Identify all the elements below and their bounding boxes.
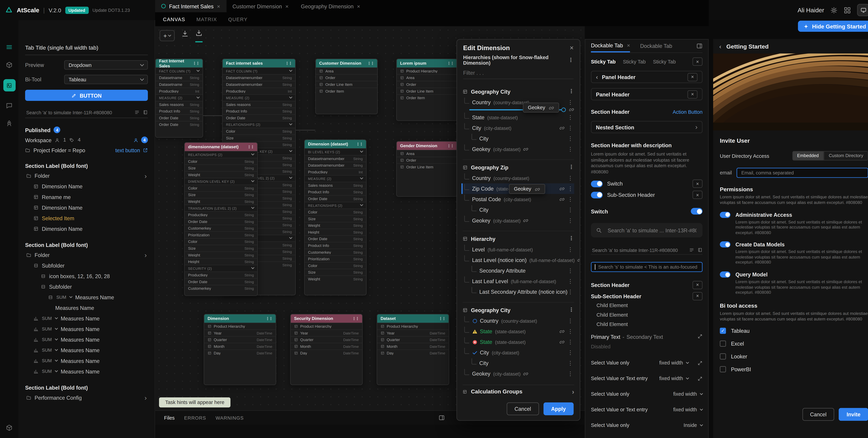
- list-icon[interactable]: [134, 110, 140, 115]
- card-field[interactable]: PrioritizationString: [305, 255, 366, 262]
- panel-header-row[interactable]: Panel Header ×: [591, 88, 703, 100]
- card-field[interactable]: Sales reasonsString: [156, 101, 203, 108]
- card-field[interactable]: Order: [397, 81, 457, 88]
- card-field[interactable]: SizeString: [223, 134, 295, 141]
- toggle-on[interactable]: [720, 272, 730, 278]
- group-header[interactable]: Geography City⋮: [463, 304, 574, 315]
- rocket-icon[interactable]: [5, 120, 13, 127]
- kebab-icon[interactable]: ⋮: [567, 360, 573, 366]
- close-icon[interactable]: ×: [285, 3, 288, 9]
- close-button[interactable]: ×: [692, 180, 703, 188]
- directory-option-embedded[interactable]: Embedded: [792, 151, 824, 161]
- canvas-card-dataset[interactable]: Dataset⋮⋮Product HierarchyYearDateTimeQu…: [377, 314, 449, 385]
- card-field[interactable]: Order Item: [316, 88, 377, 94]
- card-field[interactable]: CustomerkeyString: [305, 249, 366, 256]
- card-field[interactable]: Sales reasonsString: [305, 182, 366, 189]
- panel-header-row[interactable]: ‹ Panel Header ×: [591, 71, 703, 83]
- search-field[interactable]: [25, 107, 148, 118]
- card-field[interactable]: DatasetnameString: [156, 81, 203, 88]
- kebab-icon[interactable]: ⋮: [567, 350, 573, 355]
- expand-icon[interactable]: [698, 334, 703, 340]
- bi-tool-powerbi[interactable]: PowerBI: [720, 365, 868, 373]
- card-section[interactable]: RELATIONSHIPS (2): [223, 121, 295, 128]
- card-field[interactable]: MonthDateTime: [377, 343, 448, 349]
- kebab-icon[interactable]: ⋮: [567, 197, 573, 202]
- card-field[interactable]: Sales reasonsString: [223, 101, 295, 108]
- close-button[interactable]: ×: [692, 191, 703, 199]
- tree-item-measures-name[interactable]: Measures Name: [25, 303, 148, 313]
- email-field[interactable]: [736, 168, 868, 178]
- card-field[interactable]: Area: [397, 74, 457, 81]
- tree-item-subfolder[interactable]: Subfolder: [25, 260, 148, 271]
- card-field[interactable]: Product InfoString: [305, 242, 366, 249]
- kebab-icon[interactable]: ⋮: [567, 114, 573, 120]
- card-section[interactable]: MEASURE (2): [305, 175, 366, 182]
- card-section[interactable]: MEASURE (2): [156, 94, 203, 101]
- card-field[interactable]: SizeString: [305, 215, 366, 222]
- card-field[interactable]: WeightString: [185, 251, 257, 258]
- hierarchy-item-country[interactable]: Country(country-dataset)⋮: [463, 173, 574, 183]
- card-field[interactable]: YearDateTime: [204, 330, 276, 336]
- toggle-on[interactable]: [720, 241, 730, 247]
- grip-icon[interactable]: ⋮⋮: [438, 316, 445, 321]
- card-field[interactable]: WeightString: [305, 275, 366, 282]
- tree-item-measures-name[interactable]: SUMMeasures Name: [25, 356, 148, 366]
- card-field[interactable]: DatasetnamenumberString: [305, 162, 366, 168]
- tab-fact-internet-sales[interactable]: Fact Internet Sales×: [155, 0, 226, 12]
- chevron-left-icon[interactable]: ‹: [719, 43, 721, 50]
- grip-icon[interactable]: ⋮⋮: [356, 142, 363, 146]
- bi-tool-looker[interactable]: Looker: [720, 352, 868, 360]
- card-field[interactable]: Product Hierarchy: [397, 67, 457, 74]
- bitool-dropdown[interactable]: Tableau: [64, 75, 148, 84]
- select-value-dropdown[interactable]: fixed width: [659, 360, 689, 366]
- canvas-card-gender-dimension[interactable]: Gender Dimension⋮⋮AreaOrderOrder Line It…: [396, 141, 458, 197]
- autofocused-field[interactable]: [591, 262, 703, 272]
- hierarchy-item-city[interactable]: City(city-dataset)⋮: [463, 123, 574, 133]
- chevron-left-icon[interactable]: ‹: [596, 73, 598, 80]
- tab-customer-dimension[interactable]: Customer Dimension×: [226, 0, 295, 12]
- toggle-on[interactable]: [720, 211, 730, 217]
- bi-tool-excel[interactable]: Excel: [720, 340, 868, 347]
- cancel-button[interactable]: Cancel: [507, 402, 539, 415]
- hierarchy-item-city[interactable]: City⋮: [463, 358, 574, 368]
- card-field[interactable]: ColorString: [305, 208, 366, 215]
- kebab-icon[interactable]: ⋮: [567, 318, 573, 324]
- hierarchy-item-geokey[interactable]: Geokey(city-dataset)⋮: [463, 144, 574, 154]
- directory-option-custom-directory[interactable]: Custom Directory: [824, 151, 868, 161]
- card-field[interactable]: DayDateTime: [204, 349, 276, 356]
- nested-section-row[interactable]: Nested Section ›: [591, 121, 703, 133]
- invite-button[interactable]: Invite: [839, 408, 868, 421]
- grip-icon[interactable]: ⋮⋮: [352, 316, 359, 321]
- hierarchy-item-last-secondary-attribute-notice-icon-[interactable]: Last Secondary Attribute (notice icon)⋮: [463, 287, 574, 297]
- hierarchy-item-geokey[interactable]: Geokey(city-dataset)⋮: [463, 215, 574, 226]
- card-field[interactable]: ProductkeyInt: [305, 168, 366, 175]
- search-field-small[interactable]: [591, 246, 703, 255]
- kebab-icon[interactable]: ⋮: [567, 371, 573, 376]
- card-field[interactable]: Order Line Item: [397, 163, 457, 170]
- download-button[interactable]: [181, 30, 189, 42]
- grip-icon[interactable]: ⋮⋮: [247, 145, 254, 149]
- grip-icon[interactable]: ⋮⋮: [367, 61, 374, 65]
- toggle-on[interactable]: [591, 180, 603, 187]
- group-header[interactable]: Hierarchy⋮: [463, 233, 574, 244]
- model-canvas[interactable]: + Fact Internet Sales⋮⋮FACT COLUMN (?)Da…: [155, 26, 585, 438]
- card-section[interactable]: FACT COLUMN (?): [223, 67, 295, 74]
- card-field[interactable]: Order DateString: [156, 121, 203, 128]
- card-field[interactable]: MonthDateTime: [291, 343, 362, 349]
- hide-getting-started-button[interactable]: Hide Getting Started: [798, 21, 868, 32]
- card-field[interactable]: Order DateString: [185, 218, 257, 225]
- menu-icon[interactable]: [5, 43, 13, 51]
- card-field[interactable]: YearDateTime: [291, 330, 362, 336]
- card-field[interactable]: Order DateString: [305, 235, 366, 242]
- hierarchy-item-state[interactable]: State(state-dataset)⋮: [463, 337, 574, 347]
- card-field[interactable]: ColorString: [185, 238, 257, 245]
- card-field[interactable]: Product InfoString: [156, 107, 203, 114]
- card-field[interactable]: WeightString: [185, 171, 257, 178]
- card-field[interactable]: Area: [397, 150, 457, 157]
- card-field[interactable]: Order Line Item: [316, 81, 377, 88]
- child-element[interactable]: Child Element: [591, 301, 703, 310]
- child-element[interactable]: Child Element: [591, 319, 703, 329]
- card-field[interactable]: CustomerkeyString: [185, 225, 257, 231]
- card-field[interactable]: WeightString: [185, 198, 257, 205]
- kebab-icon[interactable]: ⋮: [567, 329, 573, 334]
